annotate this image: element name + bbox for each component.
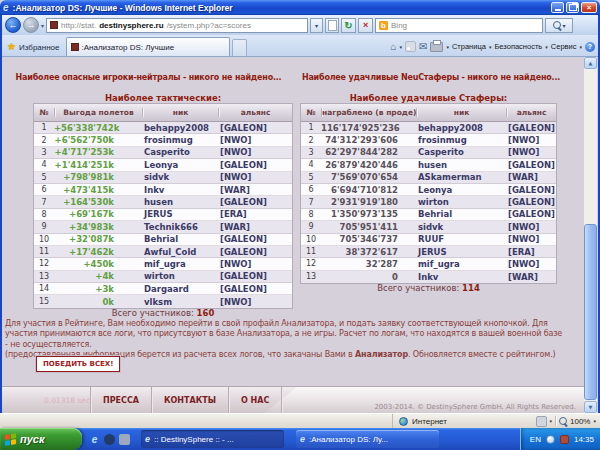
footer-link[interactable]: ПРЕССА — [91, 396, 151, 405]
chevron-down-icon[interactable]: ▾ — [550, 418, 553, 424]
row-nick: behappy2008 — [142, 123, 218, 133]
footer-link[interactable]: КОНТАКТЫ — [152, 396, 228, 405]
chevron-down-icon: ▾ — [315, 22, 318, 29]
row-value: 38'372'617 — [321, 247, 416, 257]
row-alliance: [GALEON] — [506, 185, 556, 195]
scroll-down-button[interactable]: ▼ — [584, 401, 597, 413]
row-alliance: [ERA] — [218, 209, 292, 219]
row-nick: Technik666 — [142, 222, 218, 232]
print-icon[interactable] — [430, 42, 443, 52]
row-rank: 5 — [301, 173, 321, 182]
table-row: 12+450kmif_ugra[NWO] — [34, 258, 292, 270]
gear-icon[interactable] — [536, 416, 547, 427]
url-scheme: http://stat. — [61, 21, 96, 30]
compatibility-view-button[interactable] — [325, 18, 339, 33]
row-alliance: [WAR] — [218, 222, 292, 232]
desktop-quicklaunch-icon[interactable] — [119, 434, 130, 445]
app-quicklaunch-icon[interactable] — [104, 434, 115, 445]
tray-icon[interactable] — [546, 435, 555, 444]
search-input[interactable]: b Bing — [375, 18, 543, 33]
minimize-icon — [555, 9, 561, 11]
refresh-button[interactable]: ↻ — [341, 18, 356, 33]
compatibility-icon — [328, 20, 337, 31]
row-alliance: [GALEON] — [218, 271, 292, 281]
taskbar-window-button[interactable]: e:: DestinySphere :: - ... — [141, 430, 284, 448]
restore-button[interactable] — [566, 2, 579, 13]
table-row: 1116'174'925'236behappy2008[GALEON] — [301, 122, 556, 134]
home-icon[interactable]: ⌂ — [390, 42, 396, 52]
taskbar-window-button[interactable]: e:Анализатор DS: Лу... — [296, 430, 439, 448]
stop-button[interactable]: × — [358, 18, 373, 33]
chevron-down-icon[interactable]: ▾ — [400, 44, 403, 50]
table-row: 130Inkv[WAR] — [301, 271, 556, 283]
search-button[interactable]: ▾ — [545, 18, 573, 33]
row-value: 62'297'844'282 — [321, 147, 416, 157]
close-button[interactable]: × — [581, 2, 597, 13]
separator — [281, 387, 282, 413]
row-value: 705'951'411 — [321, 222, 416, 232]
row-value: +450k — [54, 259, 142, 269]
security-menu[interactable]: Безопасность — [494, 42, 542, 51]
render-time: 0.01318 sec — [44, 396, 90, 405]
win-all-button[interactable]: ПОБЕДИТЬ ВСЕХ! — [36, 356, 120, 372]
table-row: 81'350'973'135Behrial[GALEON] — [301, 209, 556, 221]
footer-link[interactable]: О НАС — [229, 396, 281, 405]
favorites-button[interactable]: ★ Избранное — [5, 42, 66, 56]
tab-title: :Анализатор DS: Лучшие — [82, 43, 175, 52]
row-alliance: [NWO] — [218, 259, 292, 269]
rss-icon[interactable] — [405, 41, 416, 52]
address-dropdown-button[interactable]: ▾ — [310, 18, 323, 33]
favorites-star-icon: ★ — [7, 42, 16, 52]
table-row: 426'879'420'446husen[GALEON] — [301, 159, 556, 171]
column-header: награблено (в проде) — [321, 108, 416, 117]
tray-icon[interactable] — [560, 435, 569, 444]
zoom-level[interactable]: 100% — [570, 417, 590, 426]
quick-launch: e — [82, 434, 137, 445]
chevron-down-icon[interactable]: ▾ — [593, 418, 596, 424]
up-arrow-icon: ▲ — [589, 60, 593, 66]
ie-icon: e — [300, 435, 305, 444]
row-alliance: [NWO] — [506, 222, 556, 232]
row-value: 74'312'293'606 — [321, 135, 416, 145]
page-menu[interactable]: Страница — [452, 42, 486, 51]
scroll-up-button[interactable]: ▲ — [584, 57, 597, 69]
scroll-thumb[interactable] — [584, 224, 597, 400]
row-alliance: [GALEON] — [218, 197, 292, 207]
table-body: 1+56'338'742kbehappy2008[GALEON]2+6'562'… — [34, 122, 292, 308]
chevron-down-icon: ▾ — [545, 44, 548, 50]
search-placeholder: Bing — [391, 21, 407, 30]
ie-quicklaunch-icon[interactable]: e — [89, 434, 100, 445]
forward-button[interactable]: → — [23, 17, 39, 33]
row-nick: sidvk — [416, 222, 506, 232]
tab-bar: ★ Избранное :Анализатор DS: Лучшие ⌂ ▾ ✉… — [2, 35, 598, 56]
minimize-button[interactable] — [551, 2, 564, 13]
address-input[interactable]: http://stat.destinysphere.ru/system.php?… — [46, 18, 308, 33]
table-row: 14+3kDargaard[GALEON] — [34, 283, 292, 295]
row-alliance: [GALEON] — [218, 284, 292, 294]
table-row: 10+32'087kBehrial[GALEON] — [34, 234, 292, 246]
row-rank: 3 — [34, 148, 54, 157]
history-dropdown[interactable]: ▾ — [41, 22, 44, 29]
back-button[interactable]: ← — [5, 17, 21, 33]
row-rank: 5 — [34, 173, 54, 182]
column-header: альянс — [506, 108, 556, 117]
total-value: 114 — [462, 283, 480, 293]
tab-active[interactable]: :Анализатор DS: Лучшие — [66, 37, 230, 56]
scrollbar[interactable]: ▲ ▼ — [584, 57, 597, 413]
row-nick: Leonya — [142, 160, 218, 170]
row-value: +164'530k — [54, 197, 142, 207]
row-nick: husen — [142, 197, 218, 207]
new-tab-stub[interactable] — [232, 39, 247, 56]
mail-icon[interactable]: ✉ — [419, 42, 427, 52]
language-indicator[interactable]: EN — [530, 435, 541, 444]
row-nick: Awful_Cold — [142, 247, 218, 257]
row-value: +4k — [54, 271, 142, 281]
row-nick: Casperito — [142, 147, 218, 157]
tools-menu[interactable]: Сервис — [551, 42, 577, 51]
table-body: 1116'174'925'236behappy2008[GALEON]274'3… — [301, 122, 556, 283]
row-rank: 15 — [34, 297, 54, 306]
help-icon[interactable]: ? — [585, 42, 595, 52]
row-alliance: [NWO] — [506, 234, 556, 244]
start-button[interactable]: пуск — [0, 428, 82, 450]
chevron-down-icon[interactable]: ▾ — [446, 44, 449, 50]
